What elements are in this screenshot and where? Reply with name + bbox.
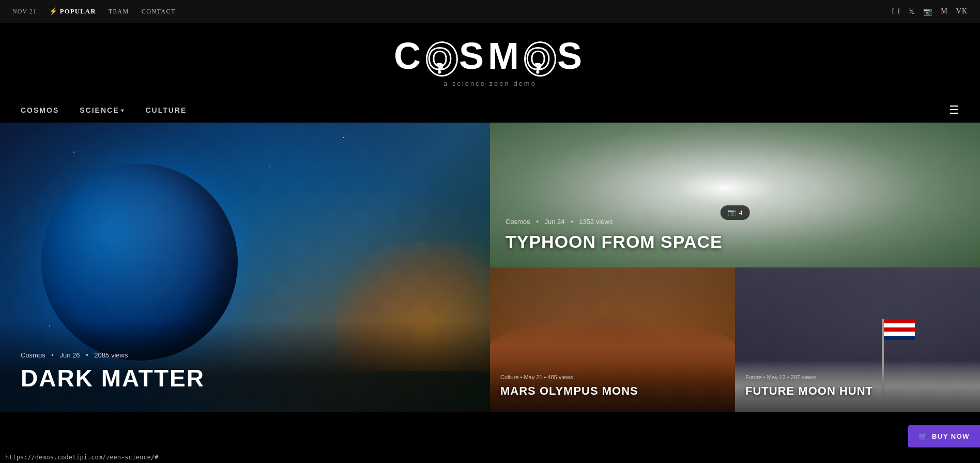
featured-mars[interactable]: Culture • May 21 • 485 views MARS OLYMPU…	[490, 267, 735, 412]
dark-matter-category: Cosmos	[21, 351, 45, 359]
date-label: NOV 21	[12, 8, 37, 16]
main-nav: COSMOS SCIENCE ▾ CULTURE ☰	[0, 98, 980, 123]
instagram-icon[interactable]: 📷	[923, 7, 932, 16]
american-flag	[884, 319, 915, 340]
bolt-icon: ⚡	[49, 7, 58, 16]
bottom-right-grid: Culture • May 21 • 485 views MARS OLYMPU…	[490, 267, 980, 412]
featured-typhoon[interactable]: Cosmos • Jun 24 • 1352 views TYPHOON FRO…	[490, 123, 980, 267]
hamburger-icon[interactable]: ☰	[949, 103, 959, 117]
photo-badge: 📷 4	[721, 205, 750, 226]
site-subtitle: a science zeen demo	[0, 80, 980, 87]
moon-category: Future	[745, 374, 762, 380]
nav-science[interactable]: SCIENCE ▾	[80, 106, 125, 114]
camera-count-badge: 📷 4	[721, 205, 750, 220]
nav-culture[interactable]: CULTURE	[145, 106, 187, 114]
medium-icon[interactable]: M	[941, 7, 947, 16]
camera-icon: 📷	[728, 208, 736, 217]
popular-link[interactable]: ⚡ POPULAR	[49, 7, 96, 16]
moon-meta: Future • May 12 • 297 views	[745, 374, 970, 380]
top-bar-right:  f 𝕏 📷 M VK	[892, 7, 968, 16]
mars-meta: Culture • May 21 • 485 views	[500, 374, 725, 380]
facebook-icon[interactable]:  f	[892, 7, 900, 16]
chevron-down-icon: ▾	[121, 108, 125, 113]
featured-moon[interactable]: Future • May 12 • 297 views FUTURE MOON …	[735, 267, 980, 412]
vk-icon[interactable]: VK	[956, 7, 968, 16]
typhoon-category: Cosmos	[506, 218, 530, 226]
mars-date: May 21	[524, 374, 542, 380]
team-link[interactable]: TEAM	[109, 8, 129, 16]
nav-cosmos[interactable]: COSMOS	[21, 106, 59, 114]
mars-views: 485 views	[548, 374, 573, 380]
nav-links: COSMOS SCIENCE ▾ CULTURE	[21, 106, 187, 114]
top-bar-left: NOV 21 ⚡ POPULAR TEAM CONTACT	[12, 7, 176, 16]
typhoon-views: 1352 views	[579, 218, 612, 226]
dark-matter-views: 2085 views	[94, 351, 128, 359]
photo-count: 4	[739, 208, 743, 217]
twitter-icon[interactable]: 𝕏	[909, 7, 915, 16]
typhoon-date: Jun 24	[545, 218, 565, 226]
site-header: COSMOS a science zeen demo	[0, 23, 980, 98]
dark-matter-meta: Cosmos • Jun 26 • 2085 views	[21, 351, 469, 359]
featured-dark-matter[interactable]: Cosmos • Jun 26 • 2085 views DARK MATTER	[0, 123, 490, 412]
dark-matter-overlay: Cosmos • Jun 26 • 2085 views DARK MATTER	[0, 320, 490, 412]
moon-overlay: Future • May 12 • 297 views FUTURE MOON …	[735, 364, 980, 412]
dark-matter-title: DARK MATTER	[21, 365, 469, 392]
mars-title: MARS OLYMPUS MONS	[500, 384, 725, 398]
right-column: Cosmos • Jun 24 • 1352 views TYPHOON FRO…	[490, 123, 980, 412]
mars-category: Culture	[500, 374, 518, 380]
top-bar: NOV 21 ⚡ POPULAR TEAM CONTACT  f 𝕏 📷 M …	[0, 0, 980, 23]
contact-link[interactable]: CONTACT	[142, 8, 176, 16]
dark-matter-date: Jun 26	[60, 351, 80, 359]
site-logo[interactable]: COSMOS	[394, 37, 586, 77]
moon-views: 297 views	[791, 374, 816, 380]
main-grid: Cosmos • Jun 26 • 2085 views DARK MATTER…	[0, 123, 980, 412]
mars-overlay: Culture • May 21 • 485 views MARS OLYMPU…	[490, 364, 735, 412]
moon-title: FUTURE MOON HUNT	[745, 384, 970, 398]
typhoon-title: TYPHOON FROM SPACE	[506, 232, 964, 252]
moon-date: May 12	[767, 374, 786, 380]
